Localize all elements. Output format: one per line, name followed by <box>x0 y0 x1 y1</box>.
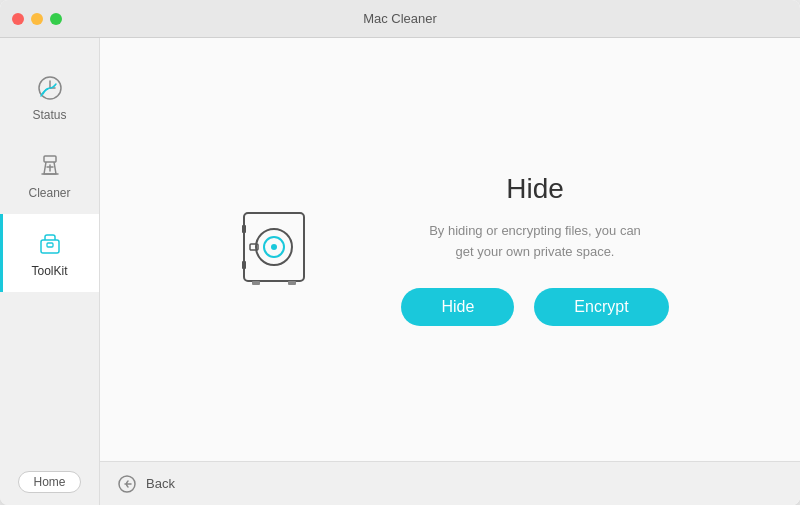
cleaner-icon <box>34 150 66 182</box>
svg-point-10 <box>271 244 277 250</box>
right-panel: Hide By hiding or encrypting files, you … <box>401 173 668 327</box>
back-icon[interactable] <box>116 473 138 495</box>
toolkit-icon <box>34 228 66 260</box>
status-icon <box>34 72 66 104</box>
svg-rect-8 <box>242 225 246 233</box>
back-label[interactable]: Back <box>146 476 175 491</box>
sidebar-item-status-label: Status <box>32 108 66 122</box>
sidebar-item-toolkit-label: ToolKit <box>31 264 67 278</box>
traffic-lights <box>12 13 62 25</box>
panel-description: By hiding or encrypting files, you can g… <box>425 221 645 263</box>
home-button-wrap: Home <box>0 459 99 505</box>
main-body: Status Cleaner <box>0 38 800 505</box>
svg-rect-12 <box>288 281 296 285</box>
action-buttons: Hide Encrypt <box>401 288 668 326</box>
svg-rect-11 <box>252 281 260 285</box>
svg-rect-1 <box>44 156 56 162</box>
bottom-bar: Back <box>100 461 800 505</box>
encrypt-button[interactable]: Encrypt <box>534 288 668 326</box>
content-area: Hide By hiding or encrypting files, you … <box>100 38 800 505</box>
safe-illustration <box>231 205 321 295</box>
svg-rect-9 <box>242 261 246 269</box>
close-button[interactable] <box>12 13 24 25</box>
title-bar: Mac Cleaner <box>0 0 800 38</box>
hide-button[interactable]: Hide <box>401 288 514 326</box>
minimize-button[interactable] <box>31 13 43 25</box>
app-window: Mac Cleaner Status <box>0 0 800 505</box>
panel-title: Hide <box>506 173 564 205</box>
sidebar-item-toolkit[interactable]: ToolKit <box>0 214 99 292</box>
sidebar-item-cleaner[interactable]: Cleaner <box>0 136 99 214</box>
sidebar-item-cleaner-label: Cleaner <box>28 186 70 200</box>
maximize-button[interactable] <box>50 13 62 25</box>
content-main: Hide By hiding or encrypting files, you … <box>100 38 800 461</box>
window-title: Mac Cleaner <box>363 11 437 26</box>
home-button[interactable]: Home <box>18 471 80 493</box>
svg-rect-3 <box>47 243 53 247</box>
sidebar: Status Cleaner <box>0 38 100 505</box>
sidebar-item-status[interactable]: Status <box>0 58 99 136</box>
